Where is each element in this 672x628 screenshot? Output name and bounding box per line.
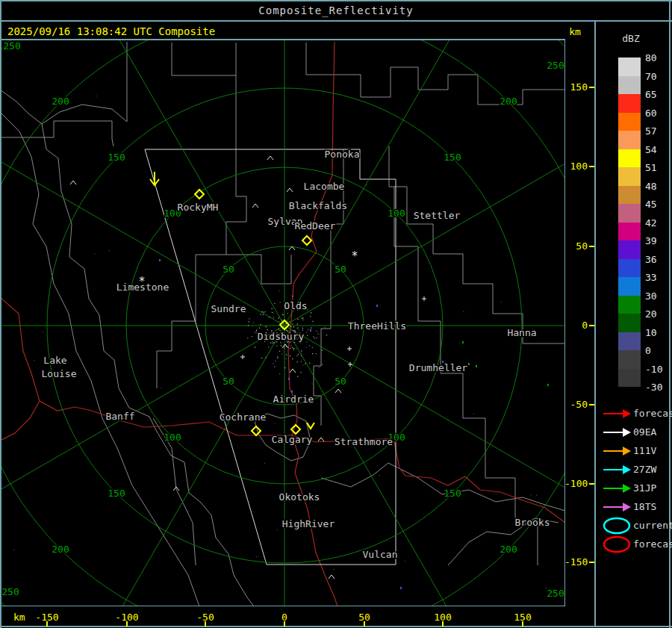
legend-ellipse-icon	[602, 535, 633, 554]
scale-band-label: 70	[645, 71, 657, 82]
scale-swatch	[618, 204, 641, 223]
boundary-line	[389, 146, 564, 343]
titlebar-divider	[0, 20, 672, 22]
legend-arrow-icon	[602, 479, 633, 498]
scale-band-label: 10	[645, 327, 657, 338]
city-label: Vulcan	[363, 549, 398, 560]
right-axis-unit: km	[564, 26, 585, 37]
scale-band-label: 45	[645, 199, 657, 210]
city-label: Olds	[284, 300, 307, 311]
scale-band-label: 48	[645, 181, 657, 192]
boundary-line	[306, 43, 564, 105]
city-label: HighRiver	[282, 518, 335, 529]
city-label: RedDeer	[295, 220, 336, 231]
scale-band-label: 42	[645, 217, 657, 228]
legend-item-label: 31JP	[633, 482, 656, 494]
city-label: Hanna	[507, 327, 536, 338]
scale-swatch	[618, 223, 641, 241]
boundary-line	[172, 43, 236, 75]
scale-swatch	[618, 57, 641, 76]
scale-band-label: 80	[645, 52, 657, 63]
city-label: Drumheller	[409, 362, 467, 373]
caret-marker	[287, 188, 293, 192]
ring-distance-label: 200	[500, 96, 517, 107]
scale-band-label: 20	[645, 308, 657, 320]
echo-pixel	[468, 363, 470, 365]
legend-item-label: current	[633, 520, 672, 531]
echo-pixel	[400, 587, 402, 589]
caret-marker	[329, 575, 335, 579]
city-label: ThreeHills	[348, 320, 406, 332]
city-label: Sundre	[211, 303, 246, 314]
right-axis-tick-label: 100	[564, 161, 588, 172]
city-label: Louise	[42, 368, 77, 379]
ring-distance-label: 250	[547, 60, 564, 71]
ring-distance-labels: 5050505010010010010015015015015020020020…	[1, 40, 564, 599]
boundary-line	[226, 255, 291, 284]
radar-app-window: Composite_Reflectivity 2025/09/16 13:08:…	[0, 0, 672, 628]
right-axis-tick-label: 0	[564, 320, 588, 331]
ring-distance-label: 250	[1, 586, 19, 597]
ring-distance-label: 50	[335, 376, 346, 387]
radar-map-canvas[interactable]: 5050505010010010010015015015015020020020…	[1, 40, 564, 606]
city-label: Strathmore	[335, 436, 393, 447]
ring-distance-label: 50	[335, 264, 346, 275]
bottom-axis-tick	[205, 621, 206, 627]
legend-arrow-icon	[602, 404, 633, 423]
right-axis-tick-label: 50	[564, 240, 588, 252]
scale-swatch	[618, 131, 641, 149]
scale-swatch	[618, 277, 641, 296]
ring-distance-label: 50	[223, 264, 234, 275]
radial-line	[53, 326, 284, 606]
echo-pixel	[291, 391, 293, 393]
scale-swatch	[618, 332, 641, 351]
scale-band-label: 57	[645, 125, 657, 137]
storm-arrow	[307, 423, 314, 429]
highway-line	[1, 401, 40, 441]
right-axis-tick-label: -100	[564, 478, 588, 489]
scale-swatch	[618, 240, 641, 259]
caret-marker	[252, 204, 258, 208]
ring-distance-label: 100	[388, 208, 405, 219]
caret-marker	[267, 156, 273, 160]
scale-swatch	[618, 113, 641, 131]
scale-band-label: 54	[645, 144, 657, 155]
city-label: Banff	[105, 411, 134, 422]
scale-band-label: 0	[645, 345, 651, 356]
caret-marker	[290, 369, 296, 373]
right-axis-tick	[589, 246, 594, 247]
city-label: Lake	[43, 355, 66, 366]
ring-distance-label: 200	[52, 544, 69, 555]
scale-band-label: 51	[645, 162, 657, 173]
scale-band-label: 65	[645, 89, 657, 100]
scale-swatch	[618, 296, 641, 314]
scale-swatch	[618, 314, 641, 332]
bottom-axis-tick	[522, 621, 523, 627]
ring-distance-label: 200	[500, 544, 517, 555]
scale-band-label: -30	[645, 382, 662, 393]
legend-item-label: forecast	[633, 408, 672, 419]
boundary-line	[321, 463, 564, 511]
city-label: Airdrie	[273, 394, 314, 405]
legend-item-label: 27ZW	[633, 464, 656, 475]
city-label: Ponoka	[325, 149, 360, 160]
scale-swatch	[618, 369, 641, 388]
legend-item-label: 111V	[633, 445, 656, 456]
scale-swatch	[618, 350, 641, 369]
boundary-line	[1, 112, 199, 606]
legend-item-label: 18TS	[633, 501, 656, 512]
highway-line	[292, 435, 564, 523]
ring-distance-label: 150	[108, 152, 125, 163]
ring-distance-label: 50	[223, 376, 234, 387]
city-label: Brooks	[515, 517, 550, 528]
radar-site-diamond	[252, 426, 261, 435]
boundary-line	[1, 121, 113, 146]
legend-arrow-icon	[602, 497, 633, 517]
city-label: Cochrane	[220, 411, 267, 423]
bottom-axis-unit: km	[13, 612, 25, 623]
right-axis-tick-label: -150	[564, 556, 588, 568]
scale-title: dBZ	[612, 33, 650, 44]
echo-pixel	[288, 378, 290, 380]
frame-right	[669, 0, 671, 628]
bottom-axis-tick	[46, 621, 48, 627]
